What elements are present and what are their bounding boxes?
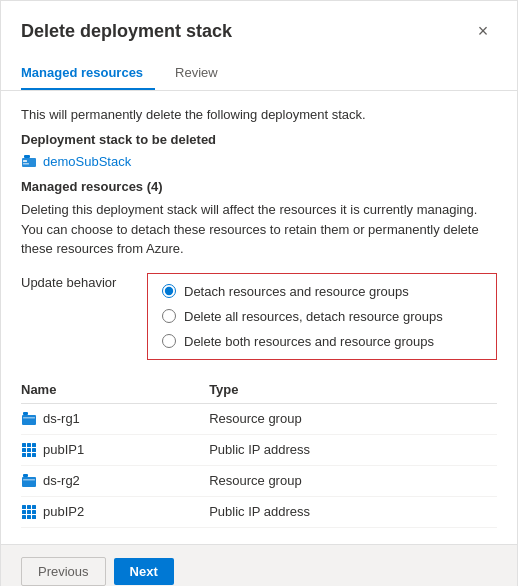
resource-table: Name Type ds-rg1 Resource group [21, 376, 497, 528]
svg-rect-26 [27, 515, 31, 519]
svg-rect-1 [24, 155, 30, 158]
table-row: pubIP1 Public IP address [21, 434, 497, 465]
radio-option-delete-all[interactable]: Delete all resources, detach resource gr… [162, 309, 482, 324]
resource-type-cell: Public IP address [209, 434, 497, 465]
managed-resources-label: Managed resources (4) [21, 179, 497, 194]
dialog-title: Delete deployment stack [21, 21, 232, 42]
svg-rect-8 [27, 443, 31, 447]
radio-delete-all-input[interactable] [162, 309, 176, 323]
update-behavior-label: Update behavior [21, 273, 131, 290]
previous-button[interactable]: Previous [21, 557, 106, 586]
next-button[interactable]: Next [114, 558, 174, 585]
svg-rect-13 [22, 453, 26, 457]
warning-text: Deleting this deployment stack will affe… [21, 200, 497, 259]
svg-rect-27 [32, 515, 36, 519]
tab-bar: Managed resources Review [1, 57, 517, 91]
svg-rect-6 [23, 417, 35, 419]
tab-review[interactable]: Review [175, 57, 230, 90]
svg-rect-14 [27, 453, 31, 457]
radio-delete-both-label: Delete both resources and resource group… [184, 334, 434, 349]
svg-rect-11 [27, 448, 31, 452]
svg-rect-12 [32, 448, 36, 452]
resource-name: ds-rg2 [43, 473, 80, 488]
svg-rect-20 [27, 505, 31, 509]
svg-rect-23 [27, 510, 31, 514]
svg-rect-22 [22, 510, 26, 514]
table-row: pubIP2 Public IP address [21, 496, 497, 527]
resource-group-icon [21, 473, 37, 489]
radio-delete-all-label: Delete all resources, detach resource gr… [184, 309, 443, 324]
svg-rect-9 [32, 443, 36, 447]
update-behavior-section: Update behavior Detach resources and res… [21, 273, 497, 360]
svg-rect-4 [22, 415, 36, 425]
svg-rect-25 [22, 515, 26, 519]
dialog-body: This will permanently delete the followi… [1, 91, 517, 544]
resource-name-cell: ds-rg2 [21, 465, 209, 496]
svg-rect-7 [22, 443, 26, 447]
radio-delete-both-input[interactable] [162, 334, 176, 348]
resource-group-icon [21, 411, 37, 427]
resource-name-cell: pubIP2 [21, 496, 209, 527]
svg-rect-10 [22, 448, 26, 452]
stack-icon [21, 153, 37, 169]
dialog-header: Delete deployment stack × [1, 1, 517, 53]
deployment-stack-label: Deployment stack to be deleted [21, 132, 497, 147]
stack-reference: demoSubStack [21, 153, 497, 169]
public-ip-icon [21, 504, 37, 520]
resource-name-cell: pubIP1 [21, 434, 209, 465]
radio-option-detach[interactable]: Detach resources and resource groups [162, 284, 482, 299]
delete-deployment-stack-dialog: Delete deployment stack × Managed resour… [0, 0, 518, 586]
resource-name: pubIP1 [43, 442, 84, 457]
tab-managed-resources[interactable]: Managed resources [21, 57, 155, 90]
resource-name: ds-rg1 [43, 411, 80, 426]
stack-name-link[interactable]: demoSubStack [43, 154, 131, 169]
radio-detach-label: Detach resources and resource groups [184, 284, 409, 299]
svg-rect-18 [23, 479, 35, 481]
svg-rect-0 [22, 158, 36, 167]
radio-detach-input[interactable] [162, 284, 176, 298]
col-type: Type [209, 376, 497, 404]
svg-rect-21 [32, 505, 36, 509]
col-name: Name [21, 376, 209, 404]
svg-rect-24 [32, 510, 36, 514]
resource-type-cell: Resource group [209, 465, 497, 496]
table-row: ds-rg2 Resource group [21, 465, 497, 496]
table-row: ds-rg1 Resource group [21, 403, 497, 434]
radio-option-delete-both[interactable]: Delete both resources and resource group… [162, 334, 482, 349]
svg-rect-5 [23, 412, 28, 415]
resource-type-cell: Public IP address [209, 496, 497, 527]
svg-rect-2 [23, 160, 27, 162]
svg-rect-19 [22, 505, 26, 509]
public-ip-icon [21, 442, 37, 458]
intro-text: This will permanently delete the followi… [21, 107, 497, 122]
resource-name-cell: ds-rg1 [21, 403, 209, 434]
resource-type-cell: Resource group [209, 403, 497, 434]
close-button[interactable]: × [469, 17, 497, 45]
dialog-footer: Previous Next [1, 544, 517, 587]
svg-rect-3 [23, 163, 29, 165]
svg-rect-17 [23, 474, 28, 477]
resource-name: pubIP2 [43, 504, 84, 519]
svg-rect-16 [22, 477, 36, 487]
radio-group: Detach resources and resource groups Del… [147, 273, 497, 360]
svg-rect-15 [32, 453, 36, 457]
